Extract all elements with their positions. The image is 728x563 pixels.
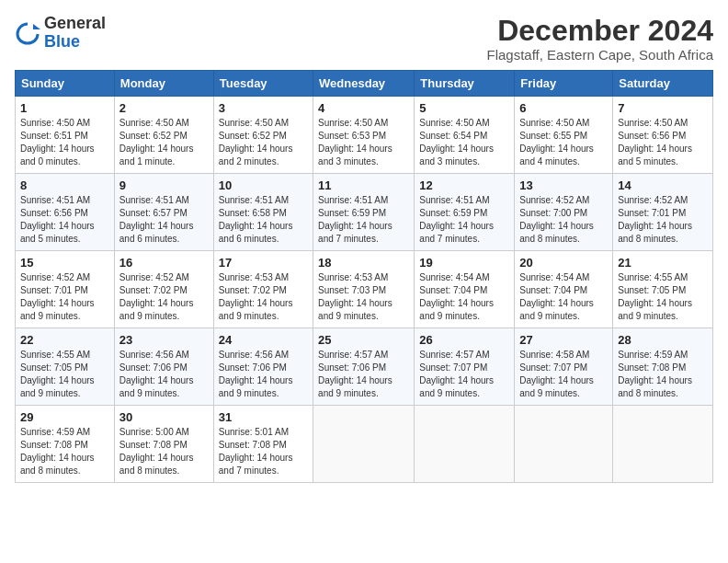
cell-content: Sunrise: 4:50 AMSunset: 6:52 PMDaylight:… [119, 117, 209, 168]
table-row: 28Sunrise: 4:59 AMSunset: 7:08 PMDayligh… [613, 328, 713, 406]
cell-content: Sunrise: 4:51 AMSunset: 6:59 PMDaylight:… [419, 194, 509, 246]
day-number: 5 [419, 101, 509, 115]
table-row: 13Sunrise: 4:52 AMSunset: 7:00 PMDayligh… [515, 174, 613, 251]
day-number: 29 [20, 410, 109, 424]
logo-text: General Blue [44, 15, 106, 52]
table-row: 3Sunrise: 4:50 AMSunset: 6:52 PMDaylight… [213, 97, 313, 174]
day-number: 17 [219, 256, 308, 270]
subtitle: Flagstaff, Eastern Cape, South Africa [486, 47, 713, 63]
day-number: 20 [519, 256, 608, 270]
cell-content: Sunrise: 4:53 AMSunset: 7:02 PMDaylight:… [219, 271, 308, 323]
cell-content: Sunrise: 4:59 AMSunset: 7:08 PMDaylight:… [20, 426, 109, 477]
table-row: 18Sunrise: 4:53 AMSunset: 7:03 PMDayligh… [313, 251, 415, 328]
table-row [613, 406, 713, 483]
day-number: 19 [419, 256, 509, 270]
table-row: 8Sunrise: 4:51 AMSunset: 6:56 PMDaylight… [16, 174, 115, 251]
cell-content: Sunrise: 4:52 AMSunset: 7:01 PMDaylight:… [20, 271, 109, 323]
title-block: December 2024 Flagstaff, Eastern Cape, S… [486, 15, 713, 63]
table-row: 12Sunrise: 4:51 AMSunset: 6:59 PMDayligh… [415, 174, 515, 251]
cell-content: Sunrise: 4:57 AMSunset: 7:07 PMDaylight:… [419, 349, 509, 400]
table-row [515, 406, 613, 483]
cell-content: Sunrise: 4:58 AMSunset: 7:07 PMDaylight:… [519, 349, 608, 400]
day-number: 9 [119, 178, 209, 192]
cell-content: Sunrise: 4:51 AMSunset: 6:58 PMDaylight:… [219, 194, 308, 246]
cell-content: Sunrise: 4:52 AMSunset: 7:01 PMDaylight:… [618, 194, 708, 246]
cell-content: Sunrise: 4:50 AMSunset: 6:55 PMDaylight:… [519, 117, 608, 168]
table-row: 29Sunrise: 4:59 AMSunset: 7:08 PMDayligh… [16, 406, 115, 483]
calendar-week-row: 22Sunrise: 4:55 AMSunset: 7:05 PMDayligh… [16, 328, 713, 406]
table-row: 5Sunrise: 4:50 AMSunset: 6:54 PMDaylight… [415, 97, 515, 174]
table-row: 19Sunrise: 4:54 AMSunset: 7:04 PMDayligh… [415, 251, 515, 328]
day-number: 10 [219, 178, 308, 192]
logo: General Blue [15, 15, 106, 52]
cell-content: Sunrise: 4:51 AMSunset: 6:59 PMDaylight:… [318, 194, 409, 246]
header-monday: Monday [114, 71, 213, 97]
header-thursday: Thursday [415, 71, 515, 97]
table-row: 25Sunrise: 4:57 AMSunset: 7:06 PMDayligh… [313, 328, 415, 406]
cell-content: Sunrise: 4:51 AMSunset: 6:57 PMDaylight:… [119, 194, 209, 246]
table-row: 16Sunrise: 4:52 AMSunset: 7:02 PMDayligh… [114, 251, 213, 328]
calendar-week-row: 29Sunrise: 4:59 AMSunset: 7:08 PMDayligh… [16, 406, 713, 483]
cell-content: Sunrise: 4:52 AMSunset: 7:02 PMDaylight:… [119, 271, 209, 323]
day-number: 30 [119, 410, 209, 424]
table-row: 24Sunrise: 4:56 AMSunset: 7:06 PMDayligh… [213, 328, 313, 406]
day-number: 31 [219, 410, 308, 424]
logo-icon [15, 20, 40, 46]
calendar-header-row: Sunday Monday Tuesday Wednesday Thursday… [16, 71, 713, 97]
table-row: 9Sunrise: 4:51 AMSunset: 6:57 PMDaylight… [114, 174, 213, 251]
calendar-week-row: 1Sunrise: 4:50 AMSunset: 6:51 PMDaylight… [16, 97, 713, 174]
table-row: 21Sunrise: 4:55 AMSunset: 7:05 PMDayligh… [613, 251, 713, 328]
header-tuesday: Tuesday [213, 71, 313, 97]
header-sunday: Sunday [16, 71, 115, 97]
day-number: 21 [618, 256, 708, 270]
table-row [313, 406, 415, 483]
day-number: 1 [20, 101, 109, 115]
day-number: 3 [219, 101, 308, 115]
table-row: 23Sunrise: 4:56 AMSunset: 7:06 PMDayligh… [114, 328, 213, 406]
day-number: 18 [318, 256, 409, 270]
day-number: 23 [119, 333, 209, 347]
table-row: 30Sunrise: 5:00 AMSunset: 7:08 PMDayligh… [114, 406, 213, 483]
table-row [415, 406, 515, 483]
main-title: December 2024 [486, 15, 713, 47]
table-row: 14Sunrise: 4:52 AMSunset: 7:01 PMDayligh… [613, 174, 713, 251]
table-row: 20Sunrise: 4:54 AMSunset: 7:04 PMDayligh… [515, 251, 613, 328]
table-row: 6Sunrise: 4:50 AMSunset: 6:55 PMDaylight… [515, 97, 613, 174]
day-number: 14 [618, 178, 708, 192]
table-row: 7Sunrise: 4:50 AMSunset: 6:56 PMDaylight… [613, 97, 713, 174]
table-row: 22Sunrise: 4:55 AMSunset: 7:05 PMDayligh… [16, 328, 115, 406]
cell-content: Sunrise: 4:52 AMSunset: 7:00 PMDaylight:… [519, 194, 608, 246]
cell-content: Sunrise: 4:55 AMSunset: 7:05 PMDaylight:… [618, 271, 708, 323]
table-row: 4Sunrise: 4:50 AMSunset: 6:53 PMDaylight… [313, 97, 415, 174]
day-number: 28 [618, 333, 708, 347]
cell-content: Sunrise: 4:50 AMSunset: 6:51 PMDaylight:… [20, 117, 109, 168]
day-number: 4 [318, 101, 409, 115]
day-number: 7 [618, 101, 708, 115]
table-row: 15Sunrise: 4:52 AMSunset: 7:01 PMDayligh… [16, 251, 115, 328]
table-row: 10Sunrise: 4:51 AMSunset: 6:58 PMDayligh… [213, 174, 313, 251]
table-row: 11Sunrise: 4:51 AMSunset: 6:59 PMDayligh… [313, 174, 415, 251]
calendar-week-row: 15Sunrise: 4:52 AMSunset: 7:01 PMDayligh… [16, 251, 713, 328]
page-header: General Blue December 2024 Flagstaff, Ea… [15, 15, 713, 63]
cell-content: Sunrise: 4:54 AMSunset: 7:04 PMDaylight:… [519, 271, 608, 323]
day-number: 25 [318, 333, 409, 347]
cell-content: Sunrise: 4:57 AMSunset: 7:06 PMDaylight:… [318, 349, 409, 400]
day-number: 11 [318, 178, 409, 192]
table-row: 17Sunrise: 4:53 AMSunset: 7:02 PMDayligh… [213, 251, 313, 328]
cell-content: Sunrise: 4:56 AMSunset: 7:06 PMDaylight:… [119, 349, 209, 400]
day-number: 2 [119, 101, 209, 115]
day-number: 16 [119, 256, 209, 270]
calendar-table: Sunday Monday Tuesday Wednesday Thursday… [15, 70, 713, 483]
table-row: 27Sunrise: 4:58 AMSunset: 7:07 PMDayligh… [515, 328, 613, 406]
cell-content: Sunrise: 4:50 AMSunset: 6:54 PMDaylight:… [419, 117, 509, 168]
day-number: 15 [20, 256, 109, 270]
day-number: 26 [419, 333, 509, 347]
cell-content: Sunrise: 4:51 AMSunset: 6:56 PMDaylight:… [20, 194, 109, 246]
header-saturday: Saturday [613, 71, 713, 97]
table-row: 26Sunrise: 4:57 AMSunset: 7:07 PMDayligh… [415, 328, 515, 406]
day-number: 8 [20, 178, 109, 192]
table-row: 31Sunrise: 5:01 AMSunset: 7:08 PMDayligh… [213, 406, 313, 483]
cell-content: Sunrise: 4:50 AMSunset: 6:52 PMDaylight:… [219, 117, 308, 168]
header-wednesday: Wednesday [313, 71, 415, 97]
day-number: 24 [219, 333, 308, 347]
